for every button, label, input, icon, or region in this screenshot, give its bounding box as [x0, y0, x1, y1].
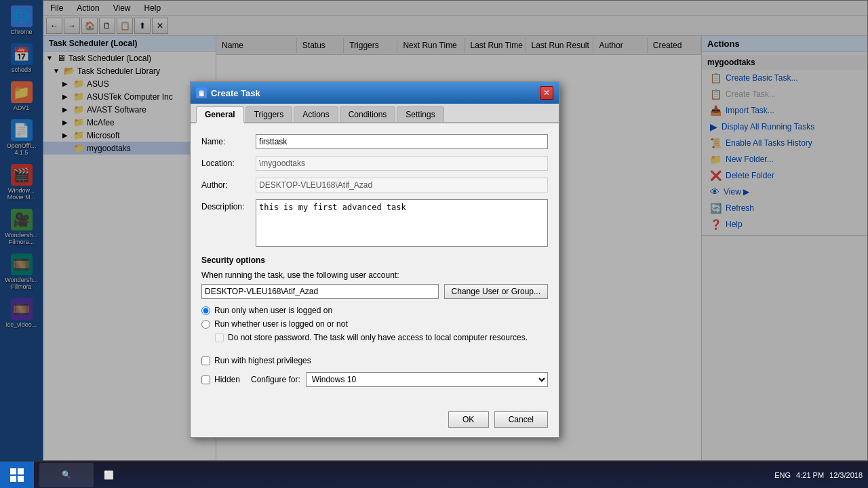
privileges-checkbox[interactable] — [201, 357, 210, 365]
tray-lang: ENG — [774, 471, 791, 479]
no-password-checkbox[interactable] — [215, 333, 224, 342]
location-label: Location: — [201, 156, 256, 168]
radio-whether-label: Run whether user is logged on or not — [214, 319, 348, 329]
tab-settings[interactable]: Settings — [397, 106, 443, 122]
description-textarea[interactable]: this is my first advanced task — [256, 199, 548, 247]
windows-icon — [10, 468, 24, 482]
no-password-row: Do not store password. The task will onl… — [215, 333, 548, 342]
tab-triggers[interactable]: Triggers — [245, 106, 293, 122]
privileges-label: Run with highest privileges — [214, 356, 311, 365]
tray-date: 12/3/2018 — [829, 471, 863, 479]
privileges-row: Run with highest privileges — [201, 356, 548, 365]
taskbar: 🔍 ⬜ ENG 4:21 PM 12/3/2018 — [0, 461, 868, 488]
dialog-titlebar: 📋 Create Task ✕ — [191, 82, 559, 104]
tab-general[interactable]: General — [196, 106, 244, 123]
dialog-content: Name: Location: Author: De — [191, 123, 559, 405]
hidden-checkbox[interactable] — [201, 375, 210, 384]
dialog-title: Create Task — [211, 88, 536, 98]
create-task-dialog: 📋 Create Task ✕ General Triggers Actions… — [190, 81, 559, 438]
start-button[interactable] — [0, 462, 34, 489]
taskbar-tray: ENG 4:21 PM 12/3/2018 — [774, 471, 868, 479]
radio-run-whether: Run whether user is logged on or not — [201, 319, 548, 329]
radio-run-logged-on: Run only when user is logged on — [201, 306, 548, 315]
author-field — [256, 178, 548, 192]
author-label: Author: — [201, 178, 256, 190]
radio-whether-input[interactable] — [201, 320, 210, 329]
radio-logged-on-input[interactable] — [201, 306, 210, 315]
user-account-row: Change User or Group... — [201, 284, 548, 299]
cancel-button[interactable]: Cancel — [494, 411, 548, 428]
tab-actions[interactable]: Actions — [294, 106, 338, 122]
location-field — [256, 156, 548, 171]
description-row: Description: this is my first advanced t… — [201, 199, 548, 249]
tray-time: 4:21 PM — [796, 471, 824, 479]
hidden-label: Hidden — [214, 375, 240, 384]
configure-row: Configure for: Windows 10 Windows 7 Wind… — [251, 372, 548, 387]
dialog-close-button[interactable]: ✕ — [540, 86, 553, 100]
author-input — [256, 178, 548, 192]
tab-conditions[interactable]: Conditions — [340, 106, 396, 122]
name-label: Name: — [201, 134, 256, 146]
author-row: Author: — [201, 178, 548, 192]
change-user-button[interactable]: Change User or Group... — [444, 284, 548, 299]
description-field: this is my first advanced task — [256, 199, 548, 249]
taskbar-search[interactable]: 🔍 — [39, 463, 94, 487]
dialog-icon: 📋 — [196, 87, 207, 98]
taskbar-task-view[interactable]: ⬜ — [96, 463, 121, 487]
dialog-buttons: OK Cancel — [191, 405, 559, 437]
radio-group: Run only when user is logged on Run whet… — [201, 306, 548, 349]
modal-overlay: 📋 Create Task ✕ General Triggers Actions… — [0, 0, 868, 488]
description-label: Description: — [201, 199, 256, 211]
configure-select[interactable]: Windows 10 Windows 7 Windows Vista Windo… — [306, 372, 548, 387]
ok-button[interactable]: OK — [448, 411, 489, 428]
configure-label: Configure for: — [251, 375, 300, 384]
dialog-tabs: General Triggers Actions Conditions Sett… — [191, 104, 559, 123]
security-subtitle: When running the task, use the following… — [201, 270, 548, 280]
security-title: Security options — [201, 256, 548, 265]
security-section: Security options When running the task, … — [201, 256, 548, 387]
radio-logged-on-label: Run only when user is logged on — [214, 306, 332, 315]
taskbar-icons: 🔍 ⬜ — [34, 463, 126, 487]
no-password-label: Do not store password. The task will onl… — [228, 333, 528, 342]
location-input — [256, 156, 548, 171]
name-row: Name: — [201, 134, 548, 149]
sub-checkbox-row: Do not store password. The task will onl… — [201, 333, 548, 349]
name-field — [256, 134, 548, 149]
name-input[interactable] — [256, 134, 548, 149]
hidden-row: Hidden — [201, 375, 240, 384]
location-row: Location: — [201, 156, 548, 171]
user-account-input[interactable] — [201, 284, 439, 299]
